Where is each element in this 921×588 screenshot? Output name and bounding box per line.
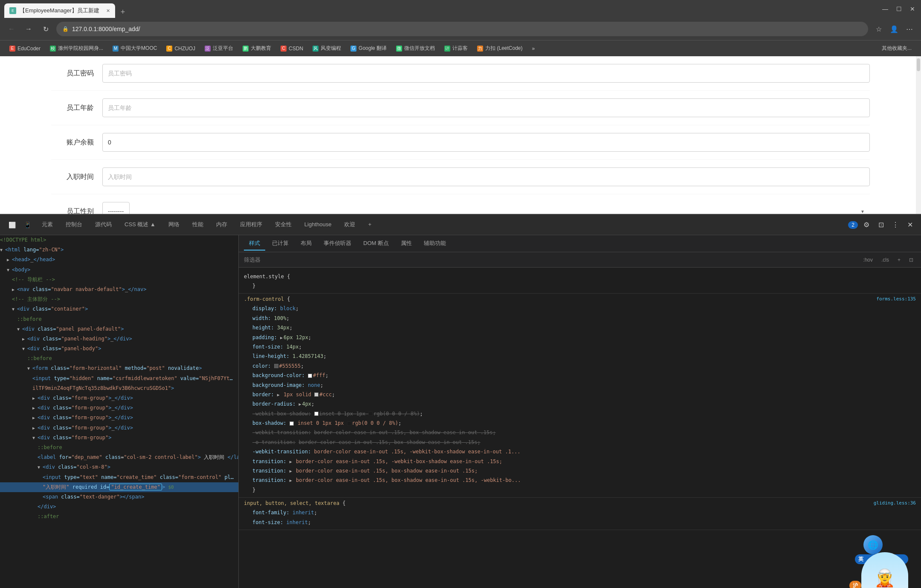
devtools-settings-button[interactable]: ⚙ (860, 219, 872, 231)
dom-line[interactable]: ▼<div class="panel panel-default"> (0, 324, 238, 334)
profile-button[interactable]: 👤 (888, 23, 901, 35)
bookmark-school[interactable]: 校 滁州学院校园网身... (46, 43, 107, 54)
box-shadow-swatch2[interactable] (290, 421, 294, 426)
devtools-tab-elements[interactable]: 元素 (36, 218, 59, 232)
devtools-tab-console[interactable]: 控制台 (60, 218, 88, 232)
bookmark-dapeng[interactable]: 鹏 大鹏教育 (238, 43, 275, 54)
address-bar[interactable]: 🔒 127.0.0.1:8000/emp_add/ (56, 22, 868, 36)
dom-line[interactable]: <!DOCTYPE html> (0, 235, 238, 245)
dom-line[interactable]: ▼<div class="col-sm-8"> (0, 462, 238, 472)
filter-expand-button[interactable]: ⊡ (907, 256, 916, 264)
menu-button[interactable]: ⋯ (903, 23, 916, 35)
style-source-link[interactable]: forms.less:135 (876, 296, 916, 302)
dom-line[interactable]: ▼<body> (0, 265, 238, 275)
dom-line[interactable]: ::before (0, 443, 238, 453)
bookmark-mooc[interactable]: M 中国大学MOOC (108, 43, 161, 54)
bookmark-weixin[interactable]: 微 微信开放文档 (392, 43, 439, 54)
devtools-tab-sources[interactable]: 源代码 (89, 218, 118, 232)
devtools-tab-security[interactable]: 安全性 (269, 218, 298, 232)
devtools-dock-button[interactable]: ⊡ (875, 219, 887, 231)
dom-line[interactable]: ▼<div class="panel-body"> (0, 344, 238, 354)
devtools-tab-memory[interactable]: 内存 (210, 218, 233, 232)
tab-close-button[interactable]: ✕ (106, 8, 110, 14)
age-input[interactable] (102, 98, 870, 117)
scrollbar[interactable] (916, 56, 921, 214)
styles-tab-accessibility[interactable]: 辅助功能 (419, 237, 451, 251)
box-shadow-swatch[interactable] (314, 412, 319, 416)
gender-select[interactable]: -------- (102, 202, 130, 214)
joindate-input[interactable] (102, 167, 870, 186)
new-tab-button[interactable]: + (117, 6, 129, 18)
bookmark-other[interactable]: 其他收藏夹... (878, 43, 916, 54)
color-swatch-border[interactable] (314, 392, 319, 397)
bookmark-educoder[interactable]: E EduCoder (5, 44, 45, 53)
devtools-tab-application[interactable]: 应用程序 (234, 218, 268, 232)
balance-input[interactable] (102, 133, 870, 152)
color-swatch-bg[interactable] (308, 374, 312, 378)
devtools-more-button[interactable]: ⋮ (889, 219, 901, 231)
devtools-inspect-button[interactable]: ⬜ (5, 218, 19, 232)
forward-button[interactable]: → (22, 23, 35, 35)
dom-line[interactable]: ▶<div class="form-group">_</div> (0, 393, 238, 403)
active-tab[interactable]: E 【EmployeeManager】员工新建 ✕ (4, 3, 115, 18)
dom-line[interactable]: <label for="dep_name" class="col-sm-2 co… (0, 453, 238, 462)
dom-line[interactable]: <input type="hidden" name="csrfmiddlewar… (0, 374, 238, 383)
filter-hov-button[interactable]: :hov (860, 256, 875, 264)
styles-tab-eventlisteners[interactable]: 事件侦听器 (319, 237, 356, 251)
dom-line[interactable]: ilTF9minZ4oqFTgNcTq35z8bwdkFv3B6hcwcruSG… (0, 383, 238, 393)
styles-tab-computed[interactable]: 已计算 (267, 237, 294, 251)
devtools-tab-css[interactable]: CSS 概述 ▲ (119, 218, 162, 232)
dom-line[interactable]: ::after (0, 512, 238, 522)
dom-line[interactable]: <input type="text" name="create_time" cl… (0, 473, 238, 482)
devtools-tab-welcome[interactable]: 欢迎 (338, 218, 361, 232)
bookmark-leetcode[interactable]: 力 力扣 (LeetCode) (473, 43, 527, 54)
dom-line[interactable]: ▶<div class="form-group">_</div> (0, 413, 238, 423)
dom-line[interactable]: ▼<div class="form-group"> (0, 433, 238, 443)
dom-line[interactable]: ▼<form class="form-horizontal" method="p… (0, 363, 238, 373)
color-swatch[interactable] (274, 364, 278, 368)
dom-line[interactable]: <!-- 导航栏 --> (0, 275, 238, 285)
reload-button[interactable]: ↻ (39, 23, 52, 35)
dom-line[interactable]: ▶<div class="panel-heading">_</div> (0, 334, 238, 344)
dom-line[interactable]: </div> (0, 502, 238, 512)
styles-tab-dombreakpoints[interactable]: DOM 断点 (358, 237, 394, 251)
star-button[interactable]: ☆ (872, 23, 885, 35)
dom-line[interactable]: ▶<div class="form-group">_</div> (0, 403, 238, 413)
dom-line[interactable]: <!-- 主体部分 --> (0, 294, 238, 304)
maximize-button[interactable]: ☐ (895, 5, 903, 13)
bookmark-csdn[interactable]: C CSDN (276, 44, 307, 53)
close-button[interactable]: ✕ (908, 5, 917, 13)
bookmark-fengbian[interactable]: 风 风变编程 (308, 43, 345, 54)
color-swatch-shadow2[interactable] (347, 421, 351, 426)
dom-line[interactable]: ▶<nav class="navbar navbar-default">_</n… (0, 285, 238, 294)
dom-line-selected[interactable]: "入职时间" required id="id_create_time"> $0 (0, 482, 238, 492)
styles-tab-styles[interactable]: 样式 (244, 237, 265, 251)
dom-line[interactable]: ::before (0, 314, 238, 324)
color-swatch-shadow[interactable] (368, 412, 373, 416)
dom-line[interactable]: ▼<html lang="zh-CN"> (0, 245, 238, 255)
bookmark-jisuan[interactable]: 计 计蒜客 (440, 43, 472, 54)
filter-add-button[interactable]: + (895, 256, 903, 264)
devtools-tab-network[interactable]: 网络 (162, 218, 185, 232)
dom-line[interactable]: ▼<div class="container"> (0, 304, 238, 314)
devtools-tab-lighthouse[interactable]: Lighthouse (298, 219, 338, 231)
back-button[interactable]: ← (5, 23, 18, 35)
style-source-link2[interactable]: gliding.less:36 (874, 500, 916, 506)
devtools-tab-performance[interactable]: 性能 (186, 218, 209, 232)
password-input[interactable] (102, 64, 870, 83)
dom-line[interactable]: ::before (0, 354, 238, 363)
devtools-tab-add[interactable]: + (362, 219, 377, 231)
minimize-button[interactable]: — (881, 5, 889, 13)
dom-line[interactable]: ▶<head>_</head> (0, 255, 238, 265)
scrollbar-thumb[interactable] (917, 58, 920, 71)
bookmark-google[interactable]: G Google 翻译 (346, 43, 391, 54)
dom-line[interactable]: <span class="text-danger"></span> (0, 492, 238, 502)
devtools-device-button[interactable]: 📱 (20, 218, 34, 232)
styles-tab-properties[interactable]: 属性 (396, 237, 417, 251)
styles-tab-layout[interactable]: 布局 (295, 237, 317, 251)
filter-cls-button[interactable]: .cls (879, 256, 892, 264)
devtools-close-button[interactable]: ✕ (904, 219, 916, 231)
bookmark-chzuoj[interactable]: C CHZUOJ (162, 44, 200, 53)
bookmark-fanya[interactable]: 泛 泛亚平台 (200, 43, 237, 54)
bookmark-more[interactable]: » (528, 44, 536, 53)
